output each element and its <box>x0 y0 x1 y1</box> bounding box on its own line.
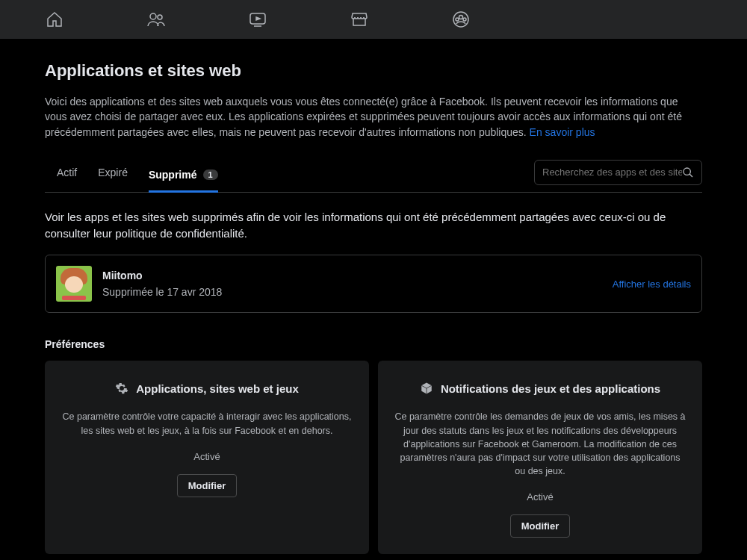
pref-card-apps: Applications, sites web et jeux Ce param… <box>45 361 369 554</box>
pref-card-notifications-state: Activé <box>527 491 553 503</box>
tab-active[interactable]: Actif <box>57 164 77 184</box>
svg-point-0 <box>150 13 156 19</box>
tab-row: Actif Expiré Supprimé 1 <box>45 158 702 193</box>
pref-card-notifications-desc: Ce paramètre contrôle les demandes de je… <box>394 410 686 478</box>
svg-point-7 <box>463 18 466 21</box>
watch-icon[interactable] <box>248 10 267 29</box>
search-icon <box>682 167 694 178</box>
preferences-grid: Applications, sites web et jeux Ce param… <box>45 361 702 554</box>
tab-removed[interactable]: Supprimé 1 <box>149 164 218 193</box>
gear-icon <box>115 382 128 395</box>
box-icon <box>420 382 433 395</box>
app-info: Miitomo Supprimée le 17 avr 2018 <box>102 270 602 298</box>
top-nav <box>0 0 747 39</box>
app-name: Miitomo <box>102 270 602 281</box>
show-details-link[interactable]: Afficher les détails <box>613 279 691 290</box>
app-status: Supprimée le 17 avr 2018 <box>102 286 602 298</box>
tab-removed-label: Supprimé <box>149 169 197 181</box>
preferences-heading: Préférences <box>45 338 702 350</box>
friends-icon[interactable] <box>146 10 166 29</box>
pref-card-apps-desc: Ce paramètre contrôle votre capacité à i… <box>61 410 353 437</box>
home-icon[interactable] <box>45 10 64 29</box>
tab-expired[interactable]: Expiré <box>98 164 128 184</box>
pref-card-notifications: Notifications des jeux et des applicatio… <box>378 361 702 554</box>
tab-removed-count: 1 <box>203 169 218 180</box>
groups-icon[interactable] <box>451 10 471 29</box>
learn-more-link[interactable]: En savoir plus <box>530 126 595 138</box>
pref-card-apps-state: Activé <box>193 451 220 462</box>
pref-card-notifications-header: Notifications des jeux et des applicatio… <box>420 382 660 395</box>
app-avatar <box>56 266 92 302</box>
marketplace-icon[interactable] <box>350 10 369 29</box>
modify-apps-button[interactable]: Modifier <box>177 474 238 497</box>
app-card: Miitomo Supprimée le 17 avr 2018 Affiche… <box>45 255 702 313</box>
pref-card-apps-header: Applications, sites web et jeux <box>115 382 299 395</box>
svg-point-1 <box>158 15 162 19</box>
svg-point-6 <box>456 18 459 21</box>
svg-point-8 <box>684 168 690 175</box>
modify-notifications-button[interactable]: Modifier <box>510 514 571 538</box>
search-box[interactable] <box>534 160 702 185</box>
removed-description: Voir les apps et les sites web supprimés… <box>45 209 702 242</box>
svg-point-5 <box>459 16 463 19</box>
tabs: Actif Expiré Supprimé 1 <box>45 158 230 192</box>
main-content: Applications et sites web Voici des appl… <box>0 39 747 554</box>
page-title: Applications et sites web <box>45 61 702 81</box>
pref-card-notifications-title: Notifications des jeux et des applicatio… <box>441 382 660 395</box>
pref-card-apps-title: Applications, sites web et jeux <box>136 382 299 395</box>
page-intro: Voici des applications et des sites web … <box>45 94 702 140</box>
svg-line-9 <box>689 174 692 177</box>
search-input[interactable] <box>542 167 682 178</box>
